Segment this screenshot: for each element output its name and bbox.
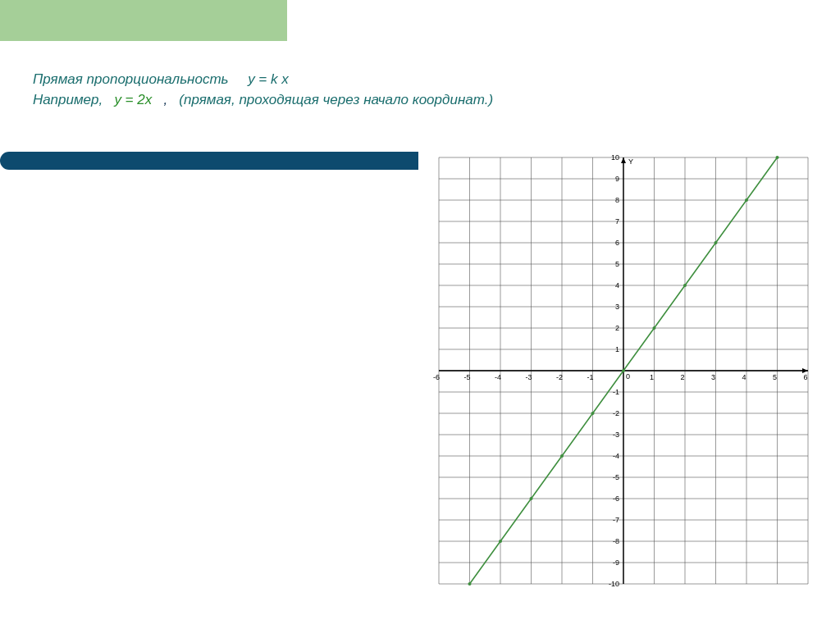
svg-text:-6: -6 bbox=[613, 495, 619, 503]
svg-point-83 bbox=[776, 156, 779, 159]
svg-text:-2: -2 bbox=[613, 409, 619, 417]
svg-point-75 bbox=[530, 497, 533, 500]
svg-text:10: 10 bbox=[611, 153, 619, 162]
title-example-formula: у = 2х bbox=[114, 92, 152, 107]
svg-point-73 bbox=[468, 582, 472, 586]
svg-point-79 bbox=[653, 326, 656, 330]
slide-title: Прямая пропорциональность у = k х Наприм… bbox=[33, 70, 493, 110]
svg-text:-1: -1 bbox=[613, 388, 619, 396]
svg-text:9: 9 bbox=[615, 175, 619, 183]
slide-accent bbox=[0, 0, 287, 41]
svg-text:-4: -4 bbox=[495, 373, 501, 381]
svg-point-76 bbox=[560, 454, 564, 458]
svg-point-81 bbox=[714, 241, 718, 244]
svg-text:-5: -5 bbox=[463, 373, 470, 381]
svg-text:2: 2 bbox=[615, 324, 619, 332]
svg-text:3: 3 bbox=[711, 373, 715, 381]
svg-text:-5: -5 bbox=[613, 473, 619, 481]
svg-point-77 bbox=[591, 412, 595, 415]
svg-text:1: 1 bbox=[615, 345, 619, 353]
chart-container: -6-5-4-3-2-10123456-10-9-8-7-6-5-4-3-2-1… bbox=[431, 149, 816, 592]
svg-text:5: 5 bbox=[615, 260, 619, 268]
svg-text:4: 4 bbox=[615, 281, 619, 289]
svg-text:0: 0 bbox=[626, 372, 630, 381]
title-desc: (прямая, проходящая через начало координ… bbox=[179, 92, 493, 107]
svg-text:-3: -3 bbox=[613, 431, 619, 439]
svg-text:3: 3 bbox=[615, 303, 619, 311]
svg-text:7: 7 bbox=[615, 217, 619, 226]
svg-text:-3: -3 bbox=[525, 373, 532, 381]
title-comma: , bbox=[163, 92, 167, 107]
svg-text:-6: -6 bbox=[433, 373, 440, 381]
svg-text:-1: -1 bbox=[587, 373, 593, 381]
svg-text:-9: -9 bbox=[613, 558, 619, 567]
svg-text:1: 1 bbox=[650, 373, 654, 381]
svg-point-74 bbox=[499, 540, 502, 543]
svg-text:8: 8 bbox=[615, 196, 619, 204]
svg-point-78 bbox=[622, 369, 625, 372]
svg-text:2: 2 bbox=[680, 373, 684, 381]
svg-text:-10: -10 bbox=[609, 580, 619, 588]
svg-text:5: 5 bbox=[773, 373, 777, 381]
chart-svg: -6-5-4-3-2-10123456-10-9-8-7-6-5-4-3-2-1… bbox=[431, 149, 816, 592]
svg-text:-4: -4 bbox=[613, 452, 619, 460]
title-formula-general: у = k х bbox=[248, 71, 289, 87]
title-example-label: Например, bbox=[33, 92, 103, 107]
bullet-bar bbox=[0, 152, 418, 170]
svg-text:6: 6 bbox=[615, 239, 619, 247]
title-part-1: Прямая пропорциональность bbox=[33, 71, 229, 87]
svg-text:-2: -2 bbox=[556, 373, 563, 381]
svg-text:-7: -7 bbox=[613, 516, 619, 524]
svg-marker-38 bbox=[621, 157, 626, 163]
svg-text:Y: Y bbox=[628, 157, 633, 166]
svg-point-80 bbox=[683, 284, 687, 287]
svg-text:4: 4 bbox=[742, 373, 746, 381]
svg-text:6: 6 bbox=[803, 373, 807, 381]
svg-point-82 bbox=[745, 198, 748, 202]
svg-text:-8: -8 bbox=[613, 537, 619, 545]
